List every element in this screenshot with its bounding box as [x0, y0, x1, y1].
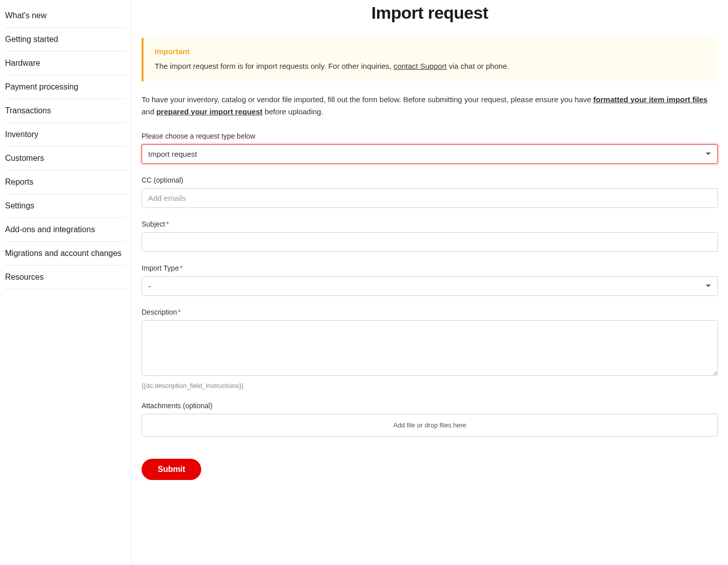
- cc-label: CC (optional): [142, 176, 718, 184]
- description-label-text: Description: [142, 308, 177, 316]
- sidebar-item-reports[interactable]: Reports: [5, 170, 126, 194]
- intro-part3: before uploading.: [262, 107, 323, 116]
- attachments-label: Attachments (optional): [142, 402, 718, 410]
- description-group: Description* {{dc.description_field_inst…: [142, 308, 718, 389]
- description-label: Description*: [142, 308, 718, 316]
- subject-required-icon: *: [166, 220, 169, 228]
- page-title: Import request: [142, 3, 718, 23]
- request-type-label: Please choose a request type below: [142, 132, 718, 140]
- intro-part1: To have your inventory, catalog or vendo…: [142, 95, 594, 104]
- intro-part2: and: [142, 107, 156, 116]
- import-type-select[interactable]: -: [142, 276, 718, 296]
- description-hint: {{dc.description_field_instructions}}: [142, 382, 718, 389]
- request-type-group: Please choose a request type below Impor…: [142, 132, 718, 164]
- sidebar-item-migrations[interactable]: Migrations and account changes: [5, 242, 126, 266]
- request-type-select-wrapper: Import request: [142, 144, 718, 164]
- subject-label: Subject*: [142, 220, 718, 228]
- sidebar-item-payment-processing[interactable]: Payment processing: [5, 75, 126, 99]
- attachments-group: Attachments (optional) Add file or drop …: [142, 402, 718, 437]
- description-required-icon: *: [178, 308, 180, 316]
- subject-group: Subject*: [142, 220, 718, 252]
- subject-input[interactable]: [142, 232, 718, 252]
- callout-title: Important: [155, 47, 707, 56]
- cc-input[interactable]: [142, 188, 718, 208]
- attachments-dropzone[interactable]: Add file or drop files here: [142, 414, 718, 437]
- prepared-request-link[interactable]: prepared your import request: [156, 107, 262, 116]
- import-type-required-icon: *: [180, 264, 183, 272]
- subject-label-text: Subject: [142, 220, 165, 228]
- sidebar-item-getting-started[interactable]: Getting started: [5, 28, 126, 52]
- contact-support-link[interactable]: contact Support: [393, 62, 446, 70]
- sidebar-item-whats-new[interactable]: What's new: [5, 4, 126, 28]
- sidebar: What's new Getting started Hardware Paym…: [0, 0, 131, 565]
- sidebar-item-inventory[interactable]: Inventory: [5, 123, 126, 147]
- import-type-select-wrapper: -: [142, 276, 718, 296]
- intro-text: To have your inventory, catalog or vendo…: [142, 94, 718, 118]
- import-type-group: Import Type* -: [142, 264, 718, 296]
- import-type-label-text: Import Type: [142, 264, 179, 272]
- important-callout: Important The import request form is for…: [142, 38, 718, 81]
- main-content: Import request Important The import requ…: [131, 0, 728, 565]
- callout-text-prefix: The import request form is for import re…: [155, 62, 393, 70]
- callout-body: The import request form is for import re…: [155, 61, 707, 72]
- sidebar-item-transactions[interactable]: Transactions: [5, 99, 126, 123]
- import-type-label: Import Type*: [142, 264, 718, 272]
- submit-button[interactable]: Submit: [142, 459, 201, 480]
- callout-text-suffix: via chat or phone.: [446, 62, 509, 70]
- description-textarea[interactable]: [142, 320, 718, 376]
- sidebar-item-customers[interactable]: Customers: [5, 147, 126, 170]
- cc-group: CC (optional): [142, 176, 718, 208]
- sidebar-item-settings[interactable]: Settings: [5, 194, 126, 218]
- formatted-files-link[interactable]: formatted your item import files: [594, 95, 708, 104]
- sidebar-item-hardware[interactable]: Hardware: [5, 52, 126, 75]
- request-type-select[interactable]: Import request: [142, 144, 718, 164]
- sidebar-item-addons[interactable]: Add-ons and integrations: [5, 218, 126, 242]
- sidebar-list: What's new Getting started Hardware Paym…: [0, 4, 131, 289]
- sidebar-item-resources[interactable]: Resources: [5, 266, 126, 289]
